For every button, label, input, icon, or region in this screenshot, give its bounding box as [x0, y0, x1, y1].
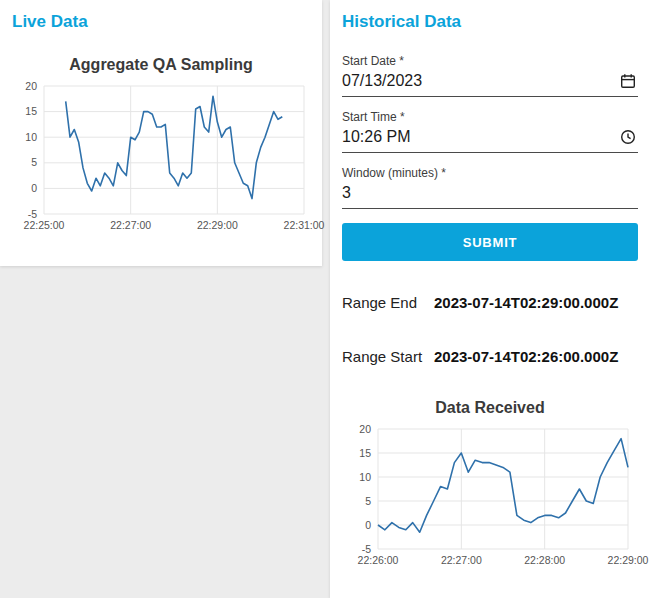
- svg-text:22:31:00: 22:31:00: [284, 219, 325, 231]
- start-date-label: Start Date *: [342, 54, 638, 68]
- svg-text:15: 15: [359, 447, 371, 459]
- svg-text:10: 10: [25, 131, 37, 143]
- svg-text:0: 0: [365, 519, 371, 531]
- svg-text:15: 15: [25, 105, 37, 117]
- svg-text:5: 5: [31, 156, 37, 168]
- range-end-value: 2023-07-14T02:29:00.000Z: [434, 294, 618, 311]
- svg-text:10: 10: [359, 471, 371, 483]
- start-time-input[interactable]: [342, 125, 638, 152]
- svg-text:-5: -5: [362, 543, 371, 555]
- window-minutes-label: Window (minutes) *: [342, 166, 638, 180]
- svg-text:22:28:00: 22:28:00: [524, 554, 565, 566]
- aggregate-chart-title: Aggregate QA Sampling: [0, 56, 322, 74]
- svg-text:5: 5: [365, 495, 371, 507]
- window-minutes-input-row: [342, 181, 638, 209]
- live-data-title: Live Data: [0, 0, 322, 32]
- start-date-input-row: [342, 69, 638, 97]
- calendar-icon[interactable]: [620, 73, 636, 89]
- range-end-label: Range End: [342, 294, 428, 311]
- range-start-value: 2023-07-14T02:26:00.000Z: [434, 348, 618, 365]
- clock-icon[interactable]: [620, 129, 636, 145]
- svg-text:0: 0: [31, 182, 37, 194]
- aggregate-qa-sampling-chart: -50510152022:25:0022:27:0022:29:0022:31:…: [8, 80, 314, 240]
- svg-text:20: 20: [359, 423, 371, 435]
- svg-text:22:27:00: 22:27:00: [110, 219, 151, 231]
- data-received-chart: -50510152022:26:0022:27:0022:28:0022:29:…: [342, 423, 638, 575]
- start-time-field: Start Time *: [342, 110, 638, 153]
- range-end-row: Range End 2023-07-14T02:29:00.000Z: [342, 294, 638, 311]
- start-time-label: Start Time *: [342, 110, 638, 124]
- data-received-chart-title: Data Received: [342, 399, 638, 417]
- start-date-field: Start Date *: [342, 54, 638, 97]
- range-start-row: Range Start 2023-07-14T02:26:00.000Z: [342, 348, 638, 365]
- window-minutes-field: Window (minutes) *: [342, 166, 638, 209]
- svg-text:22:25:00: 22:25:00: [24, 219, 65, 231]
- historical-data-panel: Historical Data Start Date * Start Time …: [330, 0, 650, 598]
- start-date-input[interactable]: [342, 69, 638, 96]
- svg-text:22:27:00: 22:27:00: [441, 554, 482, 566]
- submit-button[interactable]: SUBMIT: [342, 223, 638, 261]
- svg-text:22:26:00: 22:26:00: [358, 554, 399, 566]
- svg-text:20: 20: [25, 80, 37, 92]
- svg-text:-5: -5: [28, 208, 37, 220]
- range-start-label: Range Start: [342, 348, 428, 365]
- svg-text:22:29:00: 22:29:00: [197, 219, 238, 231]
- start-time-input-row: [342, 125, 638, 153]
- historical-query-form: Start Date * Start Time *: [342, 54, 638, 261]
- svg-text:22:29:00: 22:29:00: [608, 554, 649, 566]
- window-minutes-input[interactable]: [342, 181, 638, 208]
- historical-data-title: Historical Data: [342, 0, 638, 32]
- live-data-panel: Live Data Aggregate QA Sampling -5051015…: [0, 0, 322, 266]
